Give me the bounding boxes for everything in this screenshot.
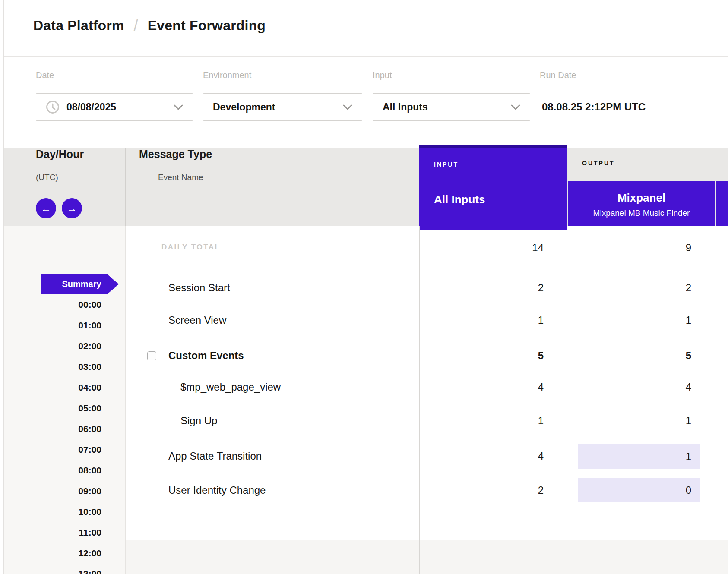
table-footer-band <box>125 540 728 574</box>
environment-value: Development <box>213 101 275 113</box>
sidebar-item-hour-11[interactable]: 11:00 <box>54 527 101 538</box>
clock-icon <box>46 100 60 114</box>
table-row-label: $mp_web_page_view <box>180 381 281 393</box>
sidebar-item-hour-08[interactable]: 08:00 <box>54 465 101 476</box>
column-divider <box>125 148 126 226</box>
input-filter-label: Input <box>373 70 392 80</box>
arrow-left-icon: ← <box>41 203 51 214</box>
row-input-value: 4 <box>457 450 544 462</box>
sidebar-item-hour-06[interactable]: 06:00 <box>54 424 101 434</box>
summary-flag-label: Summary <box>62 279 101 289</box>
row-output-value: 5 <box>605 350 691 362</box>
day-hour-column-title: Day/Hour <box>36 148 84 161</box>
message-type-column-subtitle: Event Name <box>158 173 203 182</box>
run-date-value: 08.08.25 2:12PM UTC <box>542 101 646 113</box>
input-column-header[interactable]: INPUT All Inputs <box>419 145 567 230</box>
sidebar-item-hour-09[interactable]: 09:00 <box>54 486 101 496</box>
output-column-header-next-partial[interactable] <box>716 181 728 226</box>
row-output-highlighted-cell: 0 <box>578 478 700 502</box>
sidebar-item-hour-02[interactable]: 02:00 <box>54 341 101 351</box>
chevron-down-icon <box>511 104 520 110</box>
collapse-custom-events-button[interactable] <box>147 351 156 360</box>
table-row-label: Session Start <box>168 282 230 294</box>
daily-total-divider <box>125 271 728 271</box>
daily-total-output-value: 9 <box>605 242 691 254</box>
column-divider <box>125 226 126 574</box>
row-input-value: 1 <box>457 415 544 427</box>
output-section-label: OUTPUT <box>582 160 615 167</box>
output-column-name: Mixpanel <box>568 191 715 205</box>
page-title: Event Forwarding <box>148 18 266 34</box>
chevron-down-icon <box>343 104 352 110</box>
environment-dropdown[interactable]: Development <box>203 93 362 121</box>
event-forwarding-page: Data Platform / Event Forwarding Date En… <box>0 0 728 574</box>
output-column-subtitle: Mixpanel MB Music Finder <box>568 208 715 218</box>
column-divider <box>715 226 715 574</box>
row-output-highlighted-cell: 1 <box>578 444 700 469</box>
sidebar-item-summary[interactable]: Summary <box>41 274 119 294</box>
row-input-value: 2 <box>457 282 544 294</box>
column-divider <box>567 226 567 574</box>
input-column-name: All Inputs <box>434 193 485 206</box>
minus-icon <box>150 356 154 356</box>
output-column-header-mixpanel[interactable]: Mixpanel Mixpanel MB Music Finder <box>568 181 715 226</box>
run-date-label: Run Date <box>540 70 576 80</box>
daily-total-label: DAILY TOTAL <box>161 243 220 252</box>
sidebar-item-hour-12[interactable]: 12:00 <box>54 548 101 558</box>
row-output-value: 1 <box>605 314 691 326</box>
column-divider <box>419 226 420 574</box>
date-dropdown[interactable]: 08/08/2025 <box>36 93 193 121</box>
table-row-label: Custom Events <box>168 350 244 362</box>
arrow-right-icon: → <box>67 203 77 214</box>
input-column-accent-strip <box>419 145 567 148</box>
sidebar-item-hour-04[interactable]: 04:00 <box>54 382 101 393</box>
date-filter-label: Date <box>36 70 54 80</box>
row-output-value: 4 <box>605 381 691 393</box>
date-value: 08/08/2025 <box>66 101 116 113</box>
row-output-value: 1 <box>686 451 691 463</box>
breadcrumb-separator: / <box>134 16 138 35</box>
daily-total-input-value: 14 <box>457 242 544 254</box>
table-row-label: User Identity Change <box>168 484 266 496</box>
input-dropdown[interactable]: All Inputs <box>373 93 530 121</box>
row-input-value: 1 <box>457 314 544 326</box>
row-input-value: 4 <box>457 381 544 393</box>
row-output-value: 1 <box>605 415 691 427</box>
day-hour-column-subtitle: (UTC) <box>36 173 58 182</box>
next-day-button[interactable]: → <box>62 198 82 218</box>
sidebar-item-hour-01[interactable]: 01:00 <box>54 320 101 331</box>
previous-day-button[interactable]: ← <box>36 198 56 218</box>
table-row-label: App State Transition <box>168 450 262 462</box>
sidebar-item-hour-03[interactable]: 03:00 <box>54 362 101 372</box>
sidebar-item-hour-10[interactable]: 10:00 <box>54 507 101 517</box>
row-input-value: 5 <box>457 350 544 362</box>
sidebar-item-hour-13[interactable]: 13:00 <box>54 569 101 574</box>
breadcrumb-section[interactable]: Data Platform <box>33 18 124 34</box>
environment-filter-label: Environment <box>203 70 251 80</box>
breadcrumb: Data Platform / Event Forwarding <box>33 16 266 35</box>
sidebar-item-hour-00[interactable]: 00:00 <box>54 300 101 310</box>
message-type-column-title: Message Type <box>139 148 212 161</box>
table-row-label: Sign Up <box>180 415 217 427</box>
row-output-value: 0 <box>686 484 691 496</box>
sidebar-item-hour-05[interactable]: 05:00 <box>54 403 101 413</box>
input-value: All Inputs <box>383 101 428 113</box>
row-output-value: 2 <box>605 282 691 294</box>
chevron-down-icon <box>174 104 183 110</box>
header-divider <box>4 56 728 57</box>
row-input-value: 2 <box>457 484 544 496</box>
table-row-label: Screen View <box>168 314 226 326</box>
input-section-label: INPUT <box>434 161 459 168</box>
sidebar-item-hour-07[interactable]: 07:00 <box>54 445 101 455</box>
